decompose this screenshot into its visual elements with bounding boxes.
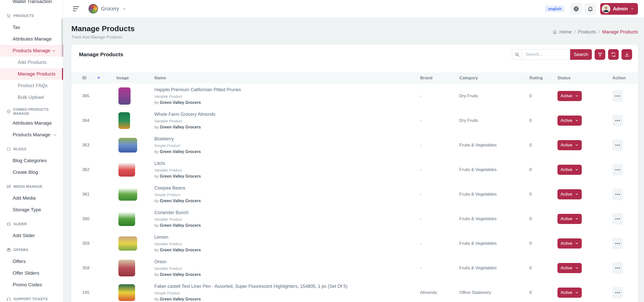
sidebar-item-label: Add Media	[13, 195, 36, 201]
column-header-rating: Rating	[529, 76, 557, 81]
column-header-status: Status	[557, 76, 612, 81]
sidebar-item-blog-categories[interactable]: Blog Categories	[0, 155, 63, 166]
product-image-lemons[interactable]	[118, 236, 137, 251]
status-dropdown[interactable]: Active	[557, 214, 582, 224]
export-button[interactable]	[621, 49, 632, 60]
column-header-id[interactable]: ID	[82, 76, 116, 81]
product-image-prunes-pouch[interactable]	[118, 87, 131, 105]
breadcrumb-item[interactable]: Home	[559, 29, 572, 35]
gift-icon	[6, 248, 11, 252]
product-image-cowpea-beans[interactable]	[118, 188, 137, 201]
product-id: 145	[82, 290, 116, 295]
by-label: By	[154, 100, 159, 105]
row-actions-button[interactable]	[612, 164, 623, 176]
globe-button[interactable]	[570, 3, 582, 15]
notifications-button[interactable]	[585, 3, 596, 15]
store-avatar	[89, 4, 98, 13]
status-dropdown[interactable]: Active	[557, 189, 582, 199]
search-button[interactable]: Search	[570, 49, 592, 60]
row-actions-button[interactable]	[612, 238, 623, 249]
table-header: ID Image Name Brand Category Rating Stat…	[71, 72, 638, 84]
sidebar-item-products-manage[interactable]: Products Manage	[0, 129, 63, 141]
sidebar-scrollbar[interactable]	[61, 18, 63, 56]
sidebar-item-add-slider[interactable]: Add Slider	[0, 230, 63, 241]
row-actions-button[interactable]	[612, 139, 623, 151]
product-name-link[interactable]: Litchi	[154, 161, 420, 166]
sidebar-item-manage-products[interactable]: Manage Products	[0, 68, 63, 80]
product-seller: Green Valley Grocers	[160, 272, 201, 277]
product-category: Office Stationery	[459, 290, 529, 295]
status-dropdown[interactable]: Active	[557, 288, 582, 298]
status-dropdown[interactable]: Active	[557, 263, 582, 273]
product-type: Variable Product	[154, 94, 420, 99]
store-switcher[interactable]: Grocery	[89, 4, 127, 13]
product-image-onions[interactable]	[118, 260, 135, 276]
filter-button[interactable]	[595, 49, 605, 60]
product-name-link[interactable]: Faber castell Text Liner Pen - Assorted,…	[154, 284, 420, 289]
product-image-coriander[interactable]	[118, 212, 135, 226]
sidebar-item-bulk-upload[interactable]: Bulk Upload	[0, 91, 63, 103]
product-name-link[interactable]: Cowpea Beans	[154, 185, 420, 191]
product-name-link[interactable]: Whole Farm Grocery Almonds	[154, 112, 420, 117]
product-id: 363	[82, 143, 116, 148]
product-seller: Green Valley Grocers	[160, 149, 201, 154]
product-name-link[interactable]: Happilo Premium Californian Pitted Prune…	[154, 87, 420, 92]
breadcrumb-item[interactable]: Products	[578, 29, 596, 35]
sidebar-item-promo-codes[interactable]: Promo Codes	[0, 279, 63, 291]
product-image-almonds-pack[interactable]	[118, 112, 130, 129]
sidebar-item-storage-type[interactable]: Storage Type	[0, 204, 63, 216]
product-name-link[interactable]: Coriander Bunch	[154, 210, 420, 215]
sidebar-item-add-products[interactable]: Add Products	[0, 56, 63, 68]
product-image-blueberries[interactable]	[118, 138, 137, 153]
row-actions-button[interactable]	[612, 90, 623, 102]
admin-avatar	[602, 5, 610, 13]
row-actions-button[interactable]	[612, 213, 623, 225]
table-row: 363BlueberrySimple ProductBy Green Valle…	[71, 133, 638, 157]
status-dropdown[interactable]: Active	[557, 116, 582, 126]
refresh-button[interactable]	[608, 49, 619, 60]
product-name-link[interactable]: Lemon	[154, 235, 420, 240]
bell-icon	[587, 6, 593, 12]
product-category: Fruits & Vegetables	[459, 192, 529, 197]
admin-menu-button[interactable]: Admin	[600, 3, 638, 15]
sidebar-item-product-faqs[interactable]: Product FAQs	[0, 80, 63, 91]
chevron-down-icon	[52, 49, 56, 53]
sidebar-item-attributes-manage[interactable]: Attributes Manage	[0, 117, 63, 129]
sidebar-item-create-blog[interactable]: Create Blog	[0, 166, 63, 178]
product-rating: 0	[529, 93, 557, 99]
sidebar-item-tax[interactable]: Tax	[0, 22, 63, 33]
sidebar-item-wallet-transaction[interactable]: Wallet Transaction	[0, 0, 63, 7]
sidebar-item-attributes-manage[interactable]: Attributes Manage	[0, 33, 63, 45]
sort-desc-icon[interactable]	[97, 77, 100, 79]
status-dropdown[interactable]: Active	[557, 238, 582, 249]
row-actions-button[interactable]	[612, 262, 623, 274]
row-actions-button[interactable]	[612, 115, 623, 126]
sidebar-item-products-manage[interactable]: Products Manage	[0, 45, 63, 56]
sidebar-item-label: Storage Type	[13, 207, 41, 213]
language-badge[interactable]: english	[545, 6, 564, 12]
product-image-litchi[interactable]	[118, 163, 135, 177]
row-actions-button[interactable]	[612, 188, 623, 200]
product-category: Fruits & Vegetables	[459, 143, 529, 148]
admin-label: Admin	[613, 6, 628, 12]
sidebar-item-offer-sliders[interactable]: Offer Sliders	[0, 267, 63, 279]
blog-icon	[6, 147, 11, 152]
sidebar-item-add-media[interactable]: Add Media	[0, 192, 63, 204]
search-input[interactable]	[522, 49, 570, 60]
sidebar-section-blogs: BLOGS	[0, 143, 63, 155]
by-label: By	[154, 149, 159, 154]
globe-icon	[573, 6, 579, 12]
product-name-link[interactable]: Blueberry	[154, 136, 420, 142]
by-label: By	[154, 248, 159, 252]
status-dropdown[interactable]: Active	[557, 165, 582, 175]
product-image-highlighter-set[interactable]	[118, 284, 135, 301]
sidebar-item-label: Add Slider	[13, 233, 35, 238]
row-actions-button[interactable]	[612, 287, 623, 298]
topbar: Grocery english Admin	[63, 0, 644, 18]
status-dropdown[interactable]: Active	[557, 91, 582, 101]
menu-toggle-icon[interactable]	[73, 6, 79, 11]
status-dropdown[interactable]: Active	[557, 140, 582, 150]
product-seller: Green Valley Grocers	[160, 174, 201, 178]
sidebar-item-offers[interactable]: Offers	[0, 256, 63, 267]
product-name-link[interactable]: Onion	[154, 259, 420, 265]
